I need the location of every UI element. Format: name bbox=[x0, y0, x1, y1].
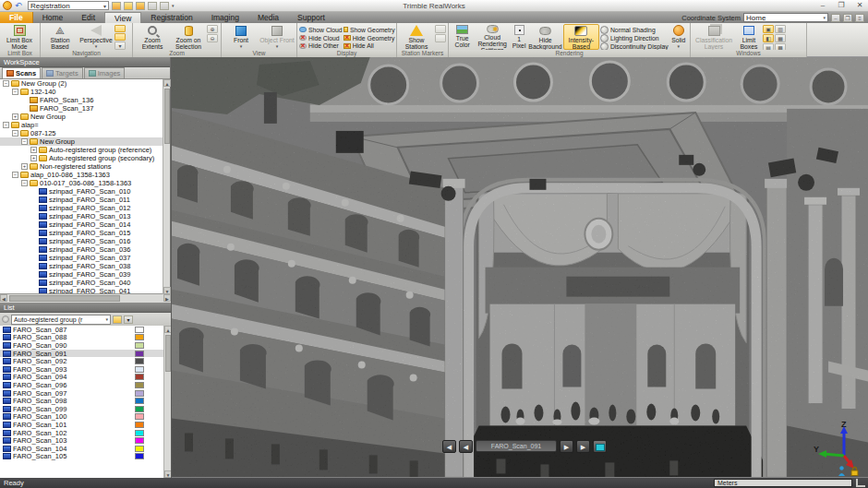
list-row[interactable]: FARO_Scan_096 bbox=[0, 381, 163, 389]
tree-item[interactable]: + New Group bbox=[0, 113, 163, 121]
tree-item[interactable]: + Auto-registered group (reference) bbox=[0, 146, 163, 154]
front-view-button[interactable]: Front ▾ bbox=[223, 24, 259, 50]
hide-other-button[interactable]: Hide Other bbox=[299, 42, 343, 50]
cloud-rendering-settings-button[interactable]: Cloud Rendering Settings bbox=[475, 24, 509, 50]
lock-icon[interactable] bbox=[850, 466, 859, 476]
menu-tab-media[interactable]: Media bbox=[248, 12, 288, 23]
tree-expander[interactable]: + bbox=[21, 163, 28, 170]
hide-geometry-button[interactable]: Hide Geometry bbox=[344, 34, 395, 42]
list-filter-button[interactable] bbox=[113, 315, 122, 324]
list-row[interactable]: FARO_Scan_097 bbox=[0, 389, 163, 398]
scroll-down-icon[interactable]: ▼ bbox=[163, 287, 171, 294]
station-marker-option-2[interactable] bbox=[435, 34, 446, 42]
menu-tab-view[interactable]: View bbox=[104, 12, 141, 23]
tree-horizontal-scrollbar[interactable]: ◀ ▶ bbox=[0, 294, 171, 303]
window-layout-2row-button[interactable]: ▦ bbox=[775, 34, 786, 42]
tree-item[interactable]: − 132-140 bbox=[0, 88, 163, 96]
scan-color-swatch[interactable] bbox=[135, 390, 144, 397]
examiner-mode-button[interactable] bbox=[115, 25, 126, 32]
tree-item[interactable]: szinpad_FARO_Scan_038 bbox=[0, 262, 163, 270]
minimize-ribbon-icon[interactable]: – bbox=[831, 14, 840, 22]
coordinate-system-combobox[interactable]: Home ▾ bbox=[743, 13, 828, 22]
list-view-options-button[interactable]: ▾ bbox=[124, 315, 133, 324]
object-front-button[interactable]: Object Front ▾ bbox=[259, 24, 295, 50]
tree-expander[interactable]: − bbox=[12, 130, 18, 137]
list-row[interactable]: FARO_Scan_100 bbox=[0, 413, 163, 422]
window-layout-main-button[interactable]: ◧ bbox=[763, 34, 774, 42]
tree-expander[interactable]: + bbox=[30, 155, 37, 161]
zoom-in-button[interactable]: ⊕ bbox=[207, 25, 218, 33]
tree-expander[interactable]: − bbox=[21, 138, 28, 145]
undo-icon[interactable]: ↶ bbox=[15, 2, 25, 10]
window-layout-single-button[interactable]: ▣ bbox=[763, 25, 774, 33]
station-based-button[interactable]: Station Based ▾ bbox=[42, 24, 78, 50]
close-button[interactable]: ✕ bbox=[853, 1, 866, 10]
perspective-button[interactable]: Perspective ▾ bbox=[78, 24, 114, 50]
scan-color-swatch[interactable] bbox=[135, 374, 144, 380]
nav-options-button[interactable]: ▾ bbox=[115, 42, 126, 50]
normal-shading-toggle[interactable]: Normal Shading bbox=[600, 26, 669, 34]
list-row[interactable]: FARO_Scan_103 bbox=[0, 436, 163, 445]
open-project-icon[interactable] bbox=[112, 2, 121, 10]
hide-cloud-button[interactable]: Hide Cloud bbox=[299, 34, 343, 42]
scan-color-swatch[interactable] bbox=[135, 413, 144, 420]
scan-color-swatch[interactable] bbox=[135, 430, 144, 436]
list-row[interactable]: FARO_Scan_091 bbox=[0, 350, 163, 358]
walkthrough-mode-button[interactable] bbox=[115, 33, 126, 41]
tree-item[interactable]: − 087-125 bbox=[0, 129, 163, 137]
tree-item[interactable]: szinpad_FARO_Scan_014 bbox=[0, 220, 163, 229]
scan-color-swatch[interactable] bbox=[135, 327, 144, 333]
scroll-up-icon[interactable]: ▲ bbox=[163, 79, 171, 87]
tab-images[interactable]: Images bbox=[84, 67, 126, 78]
scan-color-swatch[interactable] bbox=[135, 422, 144, 428]
scan-color-swatch[interactable] bbox=[135, 366, 144, 373]
scan-color-swatch[interactable] bbox=[135, 351, 144, 357]
menu-tab-imaging[interactable]: Imaging bbox=[202, 12, 248, 23]
search-icon[interactable] bbox=[124, 2, 133, 10]
classification-layers-button[interactable]: Classification Layers bbox=[693, 24, 735, 50]
scroll-right-icon[interactable]: ▶ bbox=[163, 294, 171, 302]
scan-color-swatch[interactable] bbox=[135, 334, 144, 340]
hide-all-button[interactable]: Hide All bbox=[344, 42, 395, 50]
tree-expander[interactable]: − bbox=[12, 172, 18, 178]
scrollbar-thumb[interactable] bbox=[164, 89, 170, 144]
tree-expander[interactable]: + bbox=[30, 147, 37, 153]
scan-color-swatch[interactable] bbox=[135, 398, 144, 404]
import-icon[interactable] bbox=[136, 2, 145, 10]
zoom-on-selection-button[interactable]: Zoom on Selection bbox=[171, 24, 206, 50]
last-station-button[interactable]: ▶ bbox=[576, 440, 590, 453]
scan-color-swatch[interactable] bbox=[135, 406, 144, 412]
zoom-extents-button[interactable]: Zoom Extents bbox=[135, 24, 170, 50]
save-icon[interactable] bbox=[148, 2, 157, 10]
scrollbar-thumb[interactable] bbox=[9, 295, 120, 302]
previous-station-button[interactable]: ◀ bbox=[459, 440, 473, 453]
list-row[interactable]: FARO_Scan_105 bbox=[0, 453, 163, 461]
menu-tab-registration[interactable]: Registration bbox=[141, 12, 201, 23]
tree-item[interactable]: szinpad_FARO_Scan_036 bbox=[0, 245, 163, 254]
tree-item[interactable]: szinpad_FARO_Scan_011 bbox=[0, 196, 163, 204]
app-logo-icon[interactable] bbox=[3, 1, 12, 10]
station-view-mode-button[interactable] bbox=[593, 440, 607, 453]
help-icon[interactable]: ≡ bbox=[855, 14, 864, 22]
viewport-3d[interactable]: ◀ ◀ FARO_Scan_091 ▶ ▶ Z Y bbox=[171, 57, 868, 478]
layout-icon[interactable]: ❐ bbox=[843, 14, 852, 22]
limit-box-mode-button[interactable]: Limit Box Mode bbox=[2, 24, 37, 50]
tree-expander[interactable]: − bbox=[12, 89, 18, 95]
tree-item[interactable]: − alap_010-086_1358-1363 bbox=[0, 171, 163, 179]
tree-item[interactable]: szinpad_FARO_Scan_015 bbox=[0, 229, 163, 237]
menu-tab-edit[interactable]: Edit bbox=[72, 12, 104, 23]
scan-color-swatch[interactable] bbox=[135, 437, 144, 444]
tree-item[interactable]: − 010-017_036-086_1358-1363 bbox=[0, 179, 163, 187]
scan-color-swatch[interactable] bbox=[135, 358, 144, 364]
show-stations-button[interactable]: Show Stations bbox=[399, 24, 434, 50]
list-row[interactable]: FARO_Scan_090 bbox=[0, 341, 163, 350]
tree-item[interactable]: szinpad_FARO_Scan_010 bbox=[0, 187, 163, 196]
tree-vertical-scrollbar[interactable]: ▲ ▼ bbox=[163, 79, 170, 294]
menu-tab-support[interactable]: Support bbox=[288, 12, 334, 23]
tree-item[interactable]: szinpad_FARO_Scan_039 bbox=[0, 270, 163, 279]
scroll-left-icon[interactable]: ◀ bbox=[0, 294, 7, 302]
workflow-combobox[interactable]: Registration ▾ bbox=[28, 1, 109, 10]
maximize-button[interactable]: ❐ bbox=[835, 1, 848, 10]
list-group-combobox[interactable]: Auto-registered group (r ▾ bbox=[11, 315, 111, 325]
observer-icon[interactable] bbox=[838, 466, 846, 476]
